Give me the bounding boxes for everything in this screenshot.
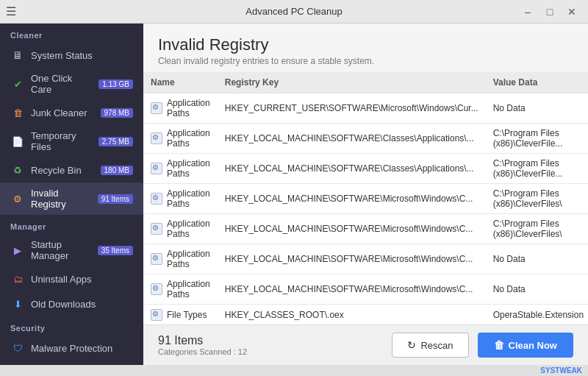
- row-registry-key: HKEY_LOCAL_MACHINE\SOFTWARE\Microsoft\Wi…: [218, 184, 486, 214]
- row-value-data: No Data: [486, 274, 588, 305]
- monitor-icon: 🖥: [10, 48, 25, 63]
- table-body: Application Paths HKEY_CURRENT_USER\SOFT…: [143, 93, 588, 325]
- security-section-label: Security: [0, 316, 143, 336]
- row-value-data: C:\Program Files (x86)\CleverFile...: [486, 124, 588, 154]
- row-registry-key: HKEY_CLASSES_ROOT\.oex: [218, 305, 486, 325]
- page-title: Invalid Registry: [158, 35, 573, 54]
- table-row[interactable]: Application Paths HKEY_LOCAL_MACHINE\SOF…: [143, 184, 588, 214]
- window-controls: – □ ✕: [517, 4, 582, 20]
- footer-info: 91 Items Categories Scanned : 12: [158, 334, 247, 356]
- row-name-cell: Application Paths: [143, 93, 218, 124]
- minimize-button[interactable]: –: [517, 4, 538, 20]
- table-header: Name Registry Key Value Data: [143, 72, 588, 93]
- sidebar-item-uninstall-apps[interactable]: 🗂 Uninstall Apps: [0, 266, 143, 291]
- row-name-cell: Application Paths: [143, 154, 218, 184]
- sidebar-label-system-status: System Status: [31, 50, 133, 61]
- row-registry-key: HKEY_LOCAL_MACHINE\SOFTWARE\Classes\Appl…: [218, 124, 486, 154]
- content-header: Invalid Registry Clean invalid registry …: [143, 24, 588, 72]
- col-value-data: Value Data: [486, 72, 588, 93]
- registry-row-icon: [151, 253, 162, 265]
- registry-row-icon: [151, 193, 162, 205]
- sidebar-item-junk-cleaner[interactable]: 🗑 Junk Cleaner 978 MB: [0, 100, 143, 125]
- registry-row-icon: [151, 102, 162, 114]
- row-value-data: C:\Program Files (x86)\CleverFile...: [486, 154, 588, 184]
- maximize-button[interactable]: □: [539, 4, 560, 20]
- row-name: Application Paths: [167, 249, 210, 269]
- footer-bar: 91 Items Categories Scanned : 12 ↻ Resca…: [143, 324, 588, 365]
- table-row[interactable]: Application Paths HKEY_LOCAL_MACHINE\SOF…: [143, 274, 588, 305]
- content-area: Invalid Registry Clean invalid registry …: [143, 24, 588, 365]
- page-subtitle: Clean invalid registry entries to ensure…: [158, 56, 573, 66]
- sidebar-item-one-click-care[interactable]: ✔ One Click Care 1.13 GB: [0, 68, 143, 100]
- row-name-cell: Application Paths: [143, 244, 218, 274]
- recycle-icon: ♻: [10, 163, 25, 177]
- row-name-cell: Application Paths: [143, 214, 218, 244]
- row-name-cell: Application Paths: [143, 124, 218, 154]
- sidebar-label-old-downloads: Old Downloads: [31, 299, 133, 310]
- sidebar-item-malware-protection[interactable]: 🛡 Malware Protection: [0, 336, 143, 361]
- close-button[interactable]: ✕: [562, 4, 582, 20]
- startup-badge: 35 Items: [98, 246, 133, 255]
- sidebar-item-old-downloads[interactable]: ⬇ Old Downloads: [0, 291, 143, 316]
- hamburger-icon[interactable]: ☰: [6, 4, 16, 18]
- rescan-button[interactable]: ↻ Rescan: [392, 333, 468, 358]
- clean-now-button[interactable]: 🗑 Clean Now: [478, 333, 573, 358]
- sidebar-item-system-status[interactable]: 🖥 System Status: [0, 43, 143, 68]
- sidebar-item-identity-protection[interactable]: 🔒 Identity Protection 42 Items: [0, 361, 143, 365]
- categories-scanned: Categories Scanned : 12: [158, 347, 247, 356]
- row-name: Application Paths: [167, 128, 210, 149]
- table-row[interactable]: Application Paths HKEY_LOCAL_MACHINE\SOF…: [143, 214, 588, 244]
- row-value-data: No Data: [486, 93, 588, 124]
- sidebar: Cleaner 🖥 System Status ✔ One Click Care…: [0, 24, 143, 365]
- row-name-cell: File Types: [143, 305, 218, 325]
- clean-icon: 🗑: [494, 339, 504, 351]
- registry-row-icon: [151, 163, 162, 174]
- items-count: 91 Items: [158, 334, 247, 347]
- row-value-data: No Data: [486, 244, 588, 274]
- row-name: Application Paths: [167, 219, 210, 239]
- registry-table-container[interactable]: Name Registry Key Value Data Application…: [143, 72, 588, 324]
- sidebar-item-temporary-files[interactable]: 📄 Temporary Files 2.75 MB: [0, 125, 143, 157]
- sidebar-label-uninstall-apps: Uninstall Apps: [31, 274, 133, 285]
- malware-icon: 🛡: [10, 341, 25, 355]
- table-row[interactable]: Application Paths HKEY_LOCAL_MACHINE\SOF…: [143, 244, 588, 274]
- row-name: Application Paths: [167, 188, 210, 209]
- row-name: Application Paths: [167, 279, 210, 299]
- sidebar-label-recycle-bin: Recycle Bin: [31, 165, 95, 176]
- systweak-logo-text: SYSTWEAK: [540, 366, 582, 375]
- row-name: File Types: [167, 310, 207, 320]
- temp-files-badge: 2.75 MB: [98, 137, 133, 146]
- footer-actions: ↻ Rescan 🗑 Clean Now: [392, 333, 573, 358]
- row-registry-key: HKEY_LOCAL_MACHINE\SOFTWARE\Classes\Appl…: [218, 154, 486, 184]
- temp-icon: 📄: [10, 134, 25, 149]
- row-registry-key: HKEY_CURRENT_USER\SOFTWARE\Microsoft\Win…: [218, 93, 486, 124]
- sidebar-item-startup-manager[interactable]: ▶ Startup Manager 35 Items: [0, 234, 143, 266]
- row-value-data: C:\Program Files (x86)\CleverFiles\: [486, 214, 588, 244]
- one-click-care-badge: 1.13 GB: [98, 79, 133, 89]
- registry-row-icon: [151, 309, 162, 321]
- invalid-registry-badge: 91 Items: [98, 194, 133, 204]
- app-title: Advanced PC Cleanup: [245, 6, 343, 17]
- startup-icon: ▶: [10, 243, 25, 258]
- cleaner-section-label: Cleaner: [0, 24, 143, 43]
- registry-row-icon: [151, 223, 162, 235]
- col-registry-key: Registry Key: [218, 72, 486, 93]
- sidebar-item-invalid-registry[interactable]: ⚙ Invalid Registry 91 Items: [0, 182, 143, 215]
- row-registry-key: HKEY_LOCAL_MACHINE\SOFTWARE\Microsoft\Wi…: [218, 274, 486, 305]
- check-circle-icon: ✔: [10, 77, 25, 91]
- col-name: Name: [143, 72, 218, 93]
- sidebar-label-malware-protection: Malware Protection: [31, 343, 133, 354]
- row-registry-key: HKEY_LOCAL_MACHINE\SOFTWARE\Microsoft\Wi…: [218, 214, 486, 244]
- row-name-cell: Application Paths: [143, 184, 218, 214]
- table-row[interactable]: File Types HKEY_CLASSES_ROOT\.oex OperaS…: [143, 305, 588, 325]
- sidebar-item-recycle-bin[interactable]: ♻ Recycle Bin 180 MB: [0, 157, 143, 182]
- row-value-data: C:\Program Files (x86)\CleverFiles\: [486, 184, 588, 214]
- clean-label: Clean Now: [509, 340, 557, 351]
- table-row[interactable]: Application Paths HKEY_CURRENT_USER\SOFT…: [143, 93, 588, 124]
- table-row[interactable]: Application Paths HKEY_LOCAL_MACHINE\SOF…: [143, 124, 588, 154]
- uninstall-icon: 🗂: [10, 272, 25, 286]
- table-row[interactable]: Application Paths HKEY_LOCAL_MACHINE\SOF…: [143, 154, 588, 184]
- rescan-icon: ↻: [407, 339, 416, 351]
- manager-section-label: Manager: [0, 215, 143, 234]
- downloads-icon: ⬇: [10, 297, 25, 311]
